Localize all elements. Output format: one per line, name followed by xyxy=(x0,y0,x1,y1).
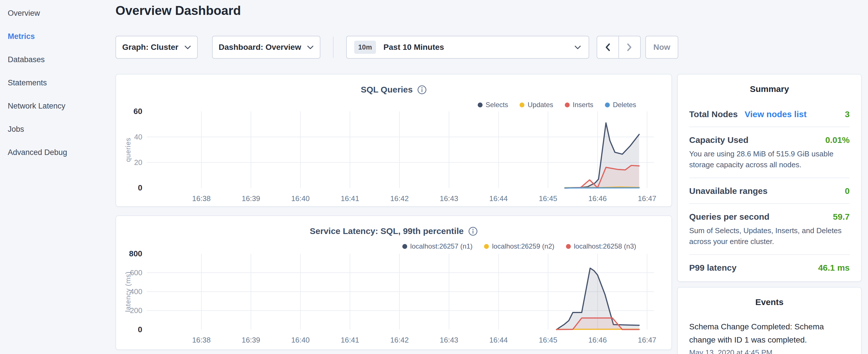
summary-title: Summary xyxy=(678,84,861,94)
summary-value: 46.1 ms xyxy=(818,263,850,273)
time-range-dropdown[interactable]: 10m Past 10 Minutes xyxy=(346,36,589,59)
svg-text:16:46: 16:46 xyxy=(588,336,607,344)
event-timestamp: May 13, 2020 at 4:45 PM xyxy=(678,348,861,354)
sidebar-item-statements[interactable]: Statements xyxy=(0,71,116,95)
legend-item: Updates xyxy=(520,101,553,109)
svg-text:16:40: 16:40 xyxy=(291,336,309,344)
svg-text:16:41: 16:41 xyxy=(341,336,359,344)
page-title: Overview Dashboard xyxy=(116,3,241,18)
legend-dot xyxy=(402,244,407,249)
graph-dropdown-label: Graph: Cluster xyxy=(122,43,178,52)
summary-description: Sum of Selects, Updates, Inserts, and De… xyxy=(689,225,850,247)
sidebar: Overview Metrics Databases Statements Ne… xyxy=(0,0,116,354)
svg-text:16:42: 16:42 xyxy=(390,336,409,344)
svg-text:16:42: 16:42 xyxy=(390,194,409,202)
svg-text:400: 400 xyxy=(130,288,143,296)
summary-value: 0.01% xyxy=(825,135,850,145)
legend-label: localhost:26257 (n1) xyxy=(410,242,472,250)
chart-legend: localhost:26257 (n1) localhost:26259 (n2… xyxy=(402,242,636,250)
legend-label: Inserts xyxy=(573,101,593,109)
svg-text:16:41: 16:41 xyxy=(341,194,359,202)
summary-label: Queries per second xyxy=(689,212,769,222)
graph-dropdown[interactable]: Graph: Cluster xyxy=(116,36,198,59)
chart-title: Service Latency: SQL, 99th percentile xyxy=(310,226,464,236)
view-nodes-list-link[interactable]: View nodes list xyxy=(744,109,806,119)
legend-item: localhost:26258 (n3) xyxy=(566,242,636,250)
sidebar-item-overview[interactable]: Overview xyxy=(0,2,116,25)
sql-queries-chart-card: SQL Queries Selects Updates Inserts Dele… xyxy=(116,74,672,207)
svg-text:16:39: 16:39 xyxy=(242,194,260,202)
summary-row-p99-latency: P99 latency 46.1 ms xyxy=(689,254,850,280)
summary-row-unavailable-ranges: Unavailable ranges 0 xyxy=(689,178,850,203)
legend-item: Inserts xyxy=(565,101,593,109)
time-range-label: Past 10 Minutes xyxy=(383,43,444,52)
dashboard-dropdown[interactable]: Dashboard: Overview xyxy=(212,36,320,59)
sidebar-item-jobs[interactable]: Jobs xyxy=(0,118,116,141)
svg-text:200: 200 xyxy=(130,307,143,315)
svg-text:20: 20 xyxy=(134,158,143,166)
svg-text:16:44: 16:44 xyxy=(489,194,507,202)
summary-value: 59.7 xyxy=(833,212,850,222)
sidebar-item-databases[interactable]: Databases xyxy=(0,48,116,71)
svg-text:16:44: 16:44 xyxy=(489,336,507,344)
legend-item: localhost:26259 (n2) xyxy=(484,242,554,250)
summary-label: Unavailable ranges xyxy=(689,186,767,196)
time-next-button[interactable] xyxy=(618,36,641,59)
svg-text:16:40: 16:40 xyxy=(291,194,309,202)
svg-text:40: 40 xyxy=(134,133,143,141)
legend-dot xyxy=(478,102,483,107)
chevron-left-icon xyxy=(604,43,611,52)
sidebar-item-network-latency[interactable]: Network Latency xyxy=(0,95,116,118)
time-range-badge: 10m xyxy=(354,41,376,54)
summary-row-queries-per-second: Queries per second 59.7 Sum of Selects, … xyxy=(689,203,850,254)
summary-row-total-nodes: Total Nodes View nodes list 3 xyxy=(689,101,850,127)
chevron-down-icon xyxy=(184,45,191,50)
legend-dot xyxy=(566,244,571,249)
toolbar-divider xyxy=(333,37,334,58)
svg-text:16:47: 16:47 xyxy=(638,336,656,344)
summary-panel: Summary Total Nodes View nodes list 3 Ca… xyxy=(677,74,862,282)
event-message: Schema Change Completed: Schema change w… xyxy=(678,320,861,347)
legend-item: Deletes xyxy=(605,101,636,109)
sidebar-item-metrics[interactable]: Metrics xyxy=(0,25,116,48)
time-prev-button[interactable] xyxy=(597,36,619,59)
info-icon[interactable] xyxy=(468,227,478,236)
sidebar-item-advanced-debug[interactable]: Advanced Debug xyxy=(0,141,116,164)
legend-dot xyxy=(565,102,570,107)
legend-dot xyxy=(520,102,524,107)
summary-description: You are using 28.6 MiB of 515.9 GiB usab… xyxy=(689,148,850,170)
legend-dot xyxy=(605,102,610,107)
legend-label: Selects xyxy=(486,101,508,109)
svg-text:16:43: 16:43 xyxy=(440,194,458,202)
chevron-down-icon xyxy=(574,45,581,50)
svg-text:16:45: 16:45 xyxy=(539,194,557,202)
svg-text:latency (ms): latency (ms) xyxy=(124,271,132,312)
svg-text:16:38: 16:38 xyxy=(192,194,211,202)
svg-text:600: 600 xyxy=(130,269,143,277)
time-now-button[interactable]: Now xyxy=(645,36,678,59)
legend-dot xyxy=(484,244,489,249)
dashboard-dropdown-label: Dashboard: Overview xyxy=(219,43,301,52)
chart-legend: Selects Updates Inserts Deletes xyxy=(478,101,637,109)
svg-text:0: 0 xyxy=(138,325,142,334)
legend-label: localhost:26259 (n2) xyxy=(492,242,554,250)
summary-label: Capacity Used xyxy=(689,135,748,145)
svg-text:16:39: 16:39 xyxy=(242,336,260,344)
service-latency-chart-card: Service Latency: SQL, 99th percentile lo… xyxy=(116,215,672,350)
svg-text:16:43: 16:43 xyxy=(440,336,458,344)
svg-text:16:47: 16:47 xyxy=(638,194,656,202)
svg-text:queries: queries xyxy=(124,137,132,162)
svg-text:60: 60 xyxy=(133,107,143,116)
info-icon[interactable] xyxy=(417,85,427,95)
svg-text:16:45: 16:45 xyxy=(539,336,557,344)
chevron-down-icon xyxy=(307,45,314,50)
svg-text:800: 800 xyxy=(129,249,142,258)
chevron-right-icon xyxy=(626,43,632,52)
legend-label: localhost:26258 (n3) xyxy=(574,242,636,250)
legend-label: Updates xyxy=(528,101,553,109)
svg-text:16:38: 16:38 xyxy=(192,336,211,344)
events-panel: Events Schema Change Completed: Schema c… xyxy=(677,287,862,354)
summary-value: 3 xyxy=(845,109,850,119)
summary-row-capacity-used: Capacity Used 0.01% You are using 28.6 M… xyxy=(689,127,850,178)
events-title: Events xyxy=(678,297,861,307)
